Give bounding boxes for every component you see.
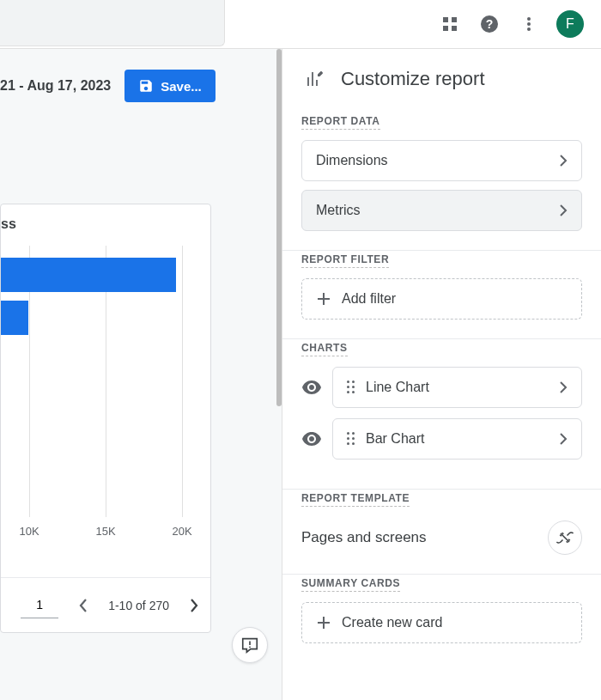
dimensions-label: Dimensions xyxy=(316,153,388,168)
chart-area: 10K 15K 20K xyxy=(1,246,212,563)
unlink-template-button[interactable] xyxy=(548,520,582,555)
tab-stub xyxy=(0,0,225,46)
chart-title-fragment: ss xyxy=(1,216,16,232)
svg-point-7 xyxy=(527,22,531,26)
section-label-charts: CHARTS xyxy=(301,342,348,356)
bar-chart-label: Bar Chart xyxy=(366,431,424,447)
chevron-right-icon xyxy=(560,155,568,167)
svg-rect-0 xyxy=(443,17,448,22)
section-label-report-filter: REPORT FILTER xyxy=(301,253,389,268)
line-chart-label: Line Chart xyxy=(366,380,429,395)
avatar[interactable]: F xyxy=(556,10,584,38)
template-name: Pages and screens xyxy=(301,529,427,546)
metrics-row[interactable]: Metrics xyxy=(301,190,582,231)
svg-rect-3 xyxy=(452,26,457,31)
axis-tick: 15K xyxy=(95,525,115,538)
feedback-button[interactable] xyxy=(232,627,268,663)
chart-row-line: Line Chart xyxy=(301,367,582,408)
add-filter-button[interactable]: Add filter xyxy=(301,278,582,320)
save-icon xyxy=(138,78,154,94)
chevron-right-icon xyxy=(560,433,568,445)
section-charts: CHARTS Line Chart xyxy=(282,339,601,490)
top-bar: ? F xyxy=(0,0,601,48)
grid-line xyxy=(182,246,183,517)
feedback-icon xyxy=(240,636,259,654)
side-scrollbar[interactable] xyxy=(276,49,282,406)
chart-row-bar: Bar Chart xyxy=(301,418,582,460)
date-range-label[interactable]: 21 - Aug 17, 2023 xyxy=(0,78,111,94)
svg-rect-2 xyxy=(443,26,448,31)
section-label-report-template: REPORT TEMPLATE xyxy=(301,492,410,507)
dimensions-row[interactable]: Dimensions xyxy=(301,140,582,181)
page-info: 1-10 of 270 xyxy=(108,599,169,612)
section-label-summary-cards: SUMMARY CARDS xyxy=(301,577,400,592)
section-report-data: REPORT DATA Dimensions Metrics xyxy=(282,113,601,251)
bar-chart-item[interactable]: Bar Chart xyxy=(332,418,582,460)
unlink-icon xyxy=(556,529,574,546)
create-card-button[interactable]: Create new card xyxy=(301,602,582,643)
section-report-template: REPORT TEMPLATE Pages and screens xyxy=(282,490,601,575)
svg-text:?: ? xyxy=(486,17,494,31)
bar[interactable] xyxy=(1,301,28,335)
drag-handle-icon[interactable] xyxy=(347,432,355,446)
help-icon[interactable]: ? xyxy=(477,12,501,36)
customize-report-icon xyxy=(305,69,325,89)
drag-handle-icon[interactable] xyxy=(347,380,355,394)
svg-rect-1 xyxy=(452,17,457,22)
section-report-filter: REPORT FILTER Add filter xyxy=(282,251,601,339)
visibility-toggle[interactable] xyxy=(301,380,322,394)
svg-point-10 xyxy=(249,646,251,648)
plus-icon xyxy=(316,615,331,630)
report-canvas: 21 - Aug 17, 2023 Save... ss 10K 15K 20K xyxy=(0,48,282,700)
svg-point-8 xyxy=(527,27,531,31)
chevron-right-icon xyxy=(560,204,568,216)
chart-pager: 1-10 of 270 xyxy=(1,577,210,632)
plus-icon xyxy=(316,291,331,307)
axis-tick: 20K xyxy=(172,525,191,538)
visibility-toggle[interactable] xyxy=(301,432,322,446)
customize-panel: Customize report REPORT DATA Dimensions … xyxy=(282,48,601,700)
more-vert-icon[interactable] xyxy=(517,12,541,36)
chevron-right-icon xyxy=(560,381,568,393)
axis-tick: 10K xyxy=(19,525,39,538)
pager-next-icon[interactable] xyxy=(181,593,207,618)
apps-grid-icon[interactable] xyxy=(438,12,462,36)
save-button[interactable]: Save... xyxy=(124,70,216,102)
page-input[interactable] xyxy=(21,593,58,618)
bar[interactable] xyxy=(1,258,176,292)
save-button-label: Save... xyxy=(161,79,202,94)
svg-point-6 xyxy=(527,17,531,21)
section-label-report-data: REPORT DATA xyxy=(301,115,380,130)
create-card-label: Create new card xyxy=(342,615,442,630)
line-chart-item[interactable]: Line Chart xyxy=(332,367,582,408)
pager-prev-icon[interactable] xyxy=(70,593,96,618)
bar-chart-card: ss 10K 15K 20K 1-10 of 270 xyxy=(0,204,211,633)
metrics-label: Metrics xyxy=(316,203,361,218)
section-summary-cards: SUMMARY CARDS Create new card xyxy=(282,575,601,662)
panel-title: Customize report xyxy=(341,68,485,90)
add-filter-label: Add filter xyxy=(342,291,396,307)
